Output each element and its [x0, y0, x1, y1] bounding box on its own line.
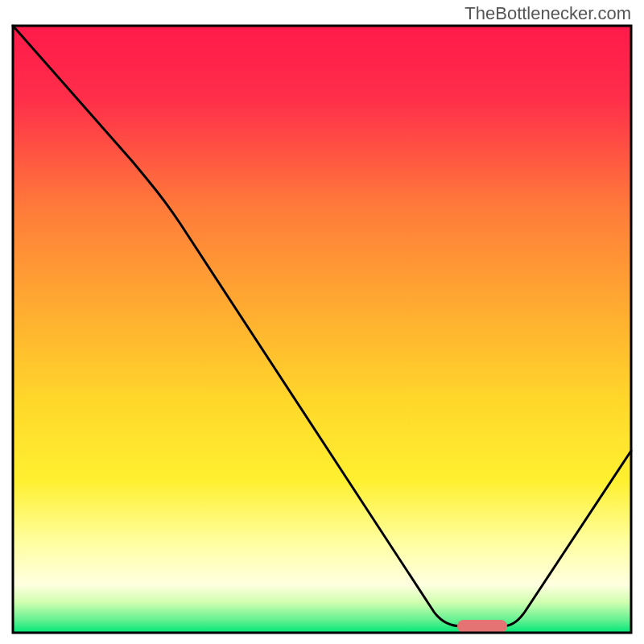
bottleneck-chart [11, 24, 633, 634]
watermark-text: TheBottlenecker.com [464, 3, 631, 24]
chart-svg [11, 24, 633, 634]
minimum-marker [457, 620, 507, 633]
chart-gradient-bg [13, 26, 631, 633]
